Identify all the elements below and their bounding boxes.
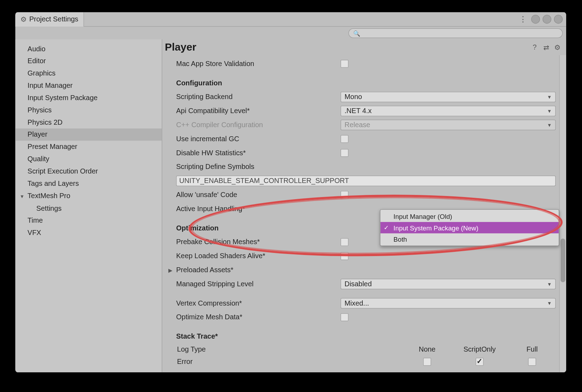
checkbox-error-scriptonly[interactable]: [476, 358, 483, 366]
project-settings-window: ⚙ Project Settings ⋮ 🔍 Audio Editor Grap…: [15, 12, 566, 372]
titlebar: ⚙ Project Settings ⋮: [15, 12, 566, 27]
label-vertex-compression: Vertex Compression*: [165, 299, 341, 307]
popup-option-input-manager-old[interactable]: Input Manager (Old): [380, 211, 559, 222]
label-optimize-mesh: Optimize Mesh Data*: [165, 313, 341, 321]
checkbox-mac-app-store[interactable]: [341, 60, 348, 67]
sidebar-item-script-execution-order[interactable]: Script Execution Order: [15, 165, 162, 177]
page-title: Player: [165, 41, 196, 53]
tab-project-settings[interactable]: ⚙ Project Settings: [15, 12, 84, 26]
label-prebake: Prebake Collision Meshes*: [165, 238, 341, 246]
sidebar-item-player[interactable]: Player: [15, 129, 162, 141]
chevron-down-icon: ▼: [547, 109, 552, 114]
sidebar-item-textmesh-settings[interactable]: Settings: [15, 202, 162, 215]
chevron-down-icon: ▼: [547, 301, 552, 306]
label-mac-app-store: Mac App Store Validation: [165, 60, 341, 67]
checkbox-optimize-mesh[interactable]: [341, 313, 348, 321]
help-icon[interactable]: ?: [530, 43, 539, 51]
label-disable-hw: Disable HW Statistics*: [165, 149, 341, 157]
label-api-compat: Api Compatibility Level*: [165, 107, 341, 115]
label-managed-stripping: Managed Stripping Level: [165, 280, 341, 288]
checkbox-disable-hw[interactable]: [341, 149, 348, 157]
check-icon: ✓: [384, 224, 389, 231]
chevron-down-icon: ▼: [547, 122, 552, 128]
sidebar-item-editor[interactable]: Editor: [15, 55, 162, 67]
label-scripting-backend: Scripting Backend: [165, 93, 341, 101]
dropdown-scripting-backend[interactable]: Mono▼: [341, 92, 556, 102]
popup-option-input-system-package-new[interactable]: ✓ Input System Package (New): [380, 222, 559, 233]
dropdown-api-compat[interactable]: .NET 4.x▼: [341, 106, 556, 116]
settings-gear-icon[interactable]: ⚙: [553, 43, 562, 52]
label-cpp-compiler: C++ Compiler Configuration: [165, 121, 341, 129]
popup-option-both[interactable]: Both: [380, 233, 559, 244]
chevron-down-icon: ▼: [547, 94, 552, 100]
header-optimization: Optimization: [165, 224, 341, 232]
dropdown-managed-stripping[interactable]: Disabled▼: [341, 279, 556, 289]
label-allow-unsafe: Allow 'unsafe' Code: [165, 191, 341, 199]
sidebar-item-physics[interactable]: Physics: [15, 104, 162, 116]
dropdown-cpp-compiler: Release▼: [341, 120, 556, 130]
kebab-menu-icon[interactable]: ⋮: [515, 14, 531, 24]
checkbox-prebake[interactable]: [341, 238, 348, 246]
chevron-right-icon[interactable]: ▶: [168, 267, 174, 273]
settings-sidebar: Audio Editor Graphics Input Manager Inpu…: [15, 39, 162, 372]
tab-title: Project Settings: [29, 15, 78, 23]
preset-icon[interactable]: ⇄: [542, 43, 550, 52]
gear-icon: ⚙: [20, 15, 26, 24]
window-controls: [531, 15, 566, 24]
label-incremental-gc: Use incremental GC: [165, 135, 341, 143]
stacktrace-label-error: Error: [177, 358, 401, 366]
header-stack-trace: Stack Trace*: [165, 333, 341, 340]
checkbox-error-none[interactable]: [423, 358, 431, 366]
checkbox-error-full[interactable]: [528, 358, 536, 366]
search-input[interactable]: 🔍: [348, 28, 563, 38]
col-full: Full: [506, 346, 558, 353]
sidebar-item-input-system-package[interactable]: Input System Package: [15, 92, 162, 104]
main-panel: Player ? ⇄ ⚙ Category public.app-categor…: [162, 39, 566, 372]
stacktrace-row-error: Error: [165, 356, 558, 368]
col-none: None: [401, 346, 453, 353]
sidebar-item-textmesh-pro[interactable]: ▼TextMesh Pro: [15, 190, 162, 202]
label-scripting-define: Scripting Define Symbols: [165, 163, 341, 171]
checkbox-keep-shaders[interactable]: [341, 252, 348, 260]
dropdown-popup-active-input-handling: Input Manager (Old) ✓ Input System Packa…: [380, 209, 559, 246]
sidebar-item-quality[interactable]: Quality: [15, 153, 162, 165]
sidebar-item-input-manager[interactable]: Input Manager: [15, 79, 162, 92]
sidebar-item-graphics[interactable]: Graphics: [15, 67, 162, 80]
dropdown-vertex-compression[interactable]: Mixed...▼: [341, 298, 556, 308]
sidebar-item-vfx[interactable]: VFX: [15, 227, 162, 239]
label-preloaded-assets[interactable]: ▶Preloaded Assets*: [165, 266, 341, 274]
sidebar-item-preset-manager[interactable]: Preset Manager: [15, 141, 162, 153]
chevron-down-icon[interactable]: ▼: [20, 191, 26, 202]
label-active-input-handling: Active Input Handling*: [165, 205, 341, 213]
header-configuration: Configuration: [165, 79, 341, 87]
search-icon: 🔍: [353, 30, 360, 37]
sidebar-item-tags-and-layers[interactable]: Tags and Layers: [15, 177, 162, 190]
sidebar-item-audio[interactable]: Audio: [15, 43, 162, 55]
vertical-scrollbar[interactable]: [559, 55, 566, 372]
label-keep-shaders: Keep Loaded Shaders Alive*: [165, 252, 341, 260]
window-button-2[interactable]: [543, 15, 551, 24]
col-log-type: Log Type: [177, 346, 401, 353]
stacktrace-header-row: Log Type None ScriptOnly Full: [165, 344, 558, 356]
window-button-3[interactable]: [554, 15, 563, 24]
field-scripting-define[interactable]: UNITY_ENABLE_STEAM_CONTROLLER_SUPPORT: [176, 176, 556, 186]
sidebar-item-physics-2d[interactable]: Physics 2D: [15, 116, 162, 129]
chevron-down-icon: ▼: [547, 281, 552, 287]
checkbox-allow-unsafe[interactable]: [341, 191, 348, 199]
window-button-1[interactable]: [531, 15, 540, 24]
checkbox-incremental-gc[interactable]: [341, 135, 348, 143]
scroll-thumb[interactable]: [561, 239, 565, 282]
sidebar-item-time[interactable]: Time: [15, 215, 162, 227]
col-scriptonly: ScriptOnly: [453, 346, 506, 353]
